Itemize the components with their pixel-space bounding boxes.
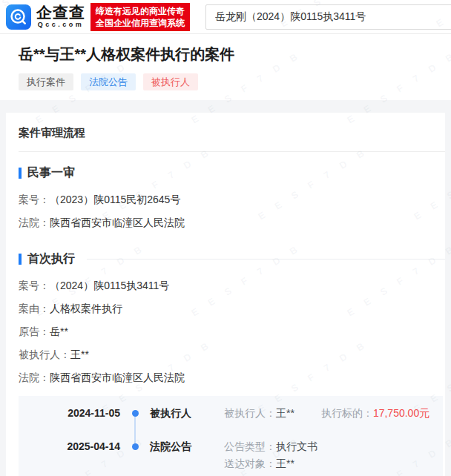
field-court: 法院：陕西省西安市临潼区人民法院 [19,370,432,385]
field-case-number: 案号：（2024）陕0115执3411号 [19,278,432,293]
field-value: 陕西省西安市临潼区人民法院 [50,371,185,383]
stage-title-text: 首次执行 [27,251,75,267]
detail-value: 王** [276,457,294,469]
field-value: 陕西省西安市临潼区人民法院 [50,216,185,228]
field-label: 法院： [19,216,50,228]
field-cause-of-action: 案由：人格权案件执行 [19,301,432,316]
tag-row: 执行案件 法院公告 被执行人 [19,73,432,90]
stage-rule-line [87,259,445,260]
field-value: （2024）陕0115执3411号 [50,280,169,291]
stage-first-enforcement: 首次执行 [19,251,432,267]
slogan-line1: 缔造有远见的商业传奇 [96,5,185,17]
brand-text: 企查查 Qcc.com [36,4,85,29]
stage-title-text: 民事一审 [27,165,75,181]
divider [19,151,445,152]
qcc-logo-icon [6,4,31,30]
field-value: 王** [70,348,89,360]
stage-accent-bar [19,168,22,179]
tag-court-announcement: 法院公告 [81,73,136,90]
field-label: 被执行人： [19,348,70,360]
field-value: 人格权案件执行 [50,303,122,314]
field-label: 案由： [19,303,50,314]
search-input[interactable] [205,4,451,30]
case-flow-card: 案件审理流程 民事一审 案号：（2023）陕0115民初2645号 法院：陕西省… [6,113,445,476]
tag-execution-case: 执行案件 [19,73,73,90]
timeline-dot-col [120,406,150,417]
detail-item: 公告类型：执行文书 [224,439,443,454]
detail-item: 执行标的：17,750.00元 [321,406,429,420]
field-plaintiff: 原告：岳** [19,324,432,339]
detail-item: 送达对象：王** [224,456,443,471]
case-title-section: 岳**与王**人格权案件执行的案件 执行案件 法院公告 被执行人 [0,34,451,100]
timeline-date: 2024-11-05 [19,406,120,420]
detail-key: 公告类型： [224,440,276,452]
timeline-dot-col [120,439,150,450]
enforcement-timeline: 2024-11-05 被执行人 被执行人：王** 执行标的：17,750.00元… [19,396,443,476]
brand-domain: Qcc.com [36,21,85,29]
field-label: 原告： [19,325,50,337]
timeline-event-details: 公告类型：执行文书 送达对象：王** [224,439,443,471]
field-person-subject-to-enforcement: 被执行人：王** [19,347,432,362]
field-value: 岳** [50,325,68,337]
field-value: （2023）陕0115民初2645号 [50,194,180,205]
field-label: 案号： [19,280,50,291]
section-title: 案件审理流程 [19,125,432,139]
qcc-logo[interactable]: 企查查 Qcc.com [6,4,85,30]
field-case-number: 案号：（2023）陕0115民初2645号 [19,192,432,207]
detail-key: 被执行人： [224,407,276,419]
stage-accent-bar [19,254,22,265]
tag-person-subject-to-enforcement: 被执行人 [143,73,198,90]
timeline-event-label: 法院公告 [150,439,224,454]
timeline-event: 2024-11-05 被执行人 被执行人：王** 执行标的：17,750.00元 [19,406,443,420]
timeline-event: 2025-04-14 法院公告 公告类型：执行文书 送达对象：王** [19,439,443,471]
detail-item: 被执行人：王** [224,406,294,420]
detail-value: 执行文书 [276,440,317,452]
enforcement-amount: 17,750.00元 [373,407,429,419]
timeline-event-label: 被执行人 [150,406,224,420]
detail-value: 王** [276,407,294,419]
field-label: 法院： [19,371,50,383]
site-header: 企查查 Qcc.com 缔造有远见的商业传奇 全国企业信用查询系统 [0,0,451,34]
brand-name: 企查查 [36,4,85,21]
field-label: 案号： [19,194,50,205]
timeline-dot-icon [132,410,139,417]
field-court: 法院：陕西省西安市临潼区人民法院 [19,215,432,230]
timeline-dot-icon [132,443,139,450]
page-title: 岳**与王**人格权案件执行的案件 [19,44,432,64]
slogan-line2: 全国企业信用查询系统 [96,17,185,29]
timeline-date: 2025-04-14 [19,439,120,454]
timeline-event-details: 被执行人：王** 执行标的：17,750.00元 [224,406,443,420]
detail-key: 送达对象： [224,457,276,469]
slogan-banner: 缔造有远见的商业传奇 全国企业信用查询系统 [90,3,190,31]
stage-civil-first-instance: 民事一审 [19,165,432,181]
detail-key: 执行标的： [321,407,373,419]
